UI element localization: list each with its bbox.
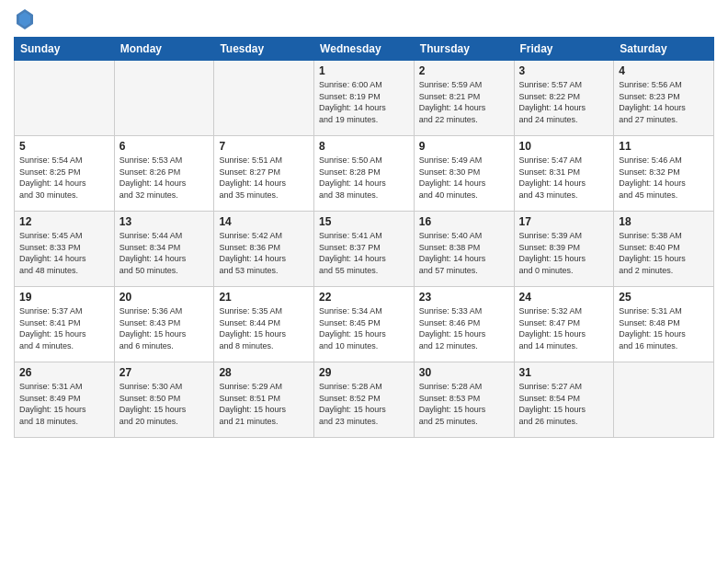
calendar-page: SundayMondayTuesdayWednesdayThursdayFrid… [0,0,728,563]
day-info: Sunrise: 5:29 AM Sunset: 8:51 PM Dayligh… [219,381,309,427]
calendar-cell: 24Sunrise: 5:32 AM Sunset: 8:47 PM Dayli… [514,287,614,362]
calendar-cell: 9Sunrise: 5:49 AM Sunset: 8:30 PM Daylig… [414,136,514,212]
day-info: Sunrise: 5:59 AM Sunset: 8:21 PM Dayligh… [419,79,509,125]
day-info: Sunrise: 5:47 AM Sunset: 8:31 PM Dayligh… [519,155,609,201]
calendar-cell: 25Sunrise: 5:31 AM Sunset: 8:48 PM Dayli… [614,287,714,362]
day-info: Sunrise: 5:49 AM Sunset: 8:30 PM Dayligh… [419,155,509,201]
day-number: 31 [519,366,609,379]
day-number: 23 [419,291,509,304]
calendar-cell: 16Sunrise: 5:40 AM Sunset: 8:38 PM Dayli… [414,212,514,287]
calendar-cell: 30Sunrise: 5:28 AM Sunset: 8:53 PM Dayli… [414,362,514,438]
day-number: 3 [519,64,609,77]
calendar-cell: 14Sunrise: 5:42 AM Sunset: 8:36 PM Dayli… [214,212,314,287]
day-number: 2 [419,64,509,77]
calendar-week-row: 19Sunrise: 5:37 AM Sunset: 8:41 PM Dayli… [15,287,714,362]
logo-icon [17,9,33,29]
day-header-tuesday: Tuesday [214,38,314,61]
calendar-cell: 12Sunrise: 5:45 AM Sunset: 8:33 PM Dayli… [15,212,115,287]
day-number: 30 [419,366,509,379]
calendar-cell [214,61,314,136]
day-number: 9 [419,140,509,153]
day-info: Sunrise: 5:53 AM Sunset: 8:26 PM Dayligh… [119,155,210,201]
day-number: 18 [619,215,709,228]
calendar-cell [614,362,714,438]
day-info: Sunrise: 5:40 AM Sunset: 8:38 PM Dayligh… [419,230,509,276]
calendar-table: SundayMondayTuesdayWednesdayThursdayFrid… [14,37,714,438]
day-info: Sunrise: 5:36 AM Sunset: 8:43 PM Dayligh… [119,305,210,351]
day-number: 5 [19,140,109,153]
calendar-cell: 21Sunrise: 5:35 AM Sunset: 8:44 PM Dayli… [214,287,314,362]
day-number: 17 [519,215,609,228]
day-number: 29 [319,366,409,379]
day-info: Sunrise: 5:54 AM Sunset: 8:25 PM Dayligh… [19,155,109,201]
day-info: Sunrise: 5:42 AM Sunset: 8:36 PM Dayligh… [219,230,309,276]
day-info: Sunrise: 5:31 AM Sunset: 8:49 PM Dayligh… [19,381,109,427]
calendar-cell [15,61,115,136]
day-info: Sunrise: 5:31 AM Sunset: 8:48 PM Dayligh… [619,305,709,351]
day-info: Sunrise: 5:30 AM Sunset: 8:50 PM Dayligh… [119,381,210,427]
day-number: 16 [419,215,509,228]
day-info: Sunrise: 5:51 AM Sunset: 8:27 PM Dayligh… [219,155,309,201]
day-number: 22 [319,291,409,304]
calendar-cell: 5Sunrise: 5:54 AM Sunset: 8:25 PM Daylig… [15,136,115,212]
day-number: 26 [19,366,109,379]
day-number: 14 [219,215,309,228]
day-number: 12 [19,215,109,228]
day-info: Sunrise: 5:57 AM Sunset: 8:22 PM Dayligh… [519,79,609,125]
calendar-cell: 4Sunrise: 5:56 AM Sunset: 8:23 PM Daylig… [614,61,714,136]
calendar-cell: 28Sunrise: 5:29 AM Sunset: 8:51 PM Dayli… [214,362,314,438]
calendar-cell: 27Sunrise: 5:30 AM Sunset: 8:50 PM Dayli… [114,362,214,438]
day-info: Sunrise: 5:34 AM Sunset: 8:45 PM Dayligh… [319,305,409,351]
day-number: 20 [119,291,210,304]
calendar-cell: 15Sunrise: 5:41 AM Sunset: 8:37 PM Dayli… [314,212,415,287]
day-info: Sunrise: 6:00 AM Sunset: 8:19 PM Dayligh… [319,79,409,125]
calendar-cell: 29Sunrise: 5:28 AM Sunset: 8:52 PM Dayli… [314,362,415,438]
logo [14,9,33,29]
calendar-cell: 2Sunrise: 5:59 AM Sunset: 8:21 PM Daylig… [414,61,514,136]
day-header-saturday: Saturday [614,38,714,61]
day-number: 11 [619,140,709,153]
day-number: 25 [619,291,709,304]
calendar-cell: 31Sunrise: 5:27 AM Sunset: 8:54 PM Dayli… [514,362,614,438]
day-info: Sunrise: 5:32 AM Sunset: 8:47 PM Dayligh… [519,305,609,351]
day-info: Sunrise: 5:27 AM Sunset: 8:54 PM Dayligh… [519,381,609,427]
day-header-wednesday: Wednesday [314,38,415,61]
day-number: 27 [119,366,210,379]
day-number: 15 [319,215,409,228]
calendar-week-row: 5Sunrise: 5:54 AM Sunset: 8:25 PM Daylig… [15,136,714,212]
calendar-header-row: SundayMondayTuesdayWednesdayThursdayFrid… [15,38,714,61]
calendar-cell: 23Sunrise: 5:33 AM Sunset: 8:46 PM Dayli… [414,287,514,362]
calendar-week-row: 26Sunrise: 5:31 AM Sunset: 8:49 PM Dayli… [15,362,714,438]
day-info: Sunrise: 5:46 AM Sunset: 8:32 PM Dayligh… [619,155,709,201]
day-number: 6 [119,140,210,153]
calendar-cell: 17Sunrise: 5:39 AM Sunset: 8:39 PM Dayli… [514,212,614,287]
day-header-thursday: Thursday [414,38,514,61]
calendar-cell: 10Sunrise: 5:47 AM Sunset: 8:31 PM Dayli… [514,136,614,212]
calendar-week-row: 1Sunrise: 6:00 AM Sunset: 8:19 PM Daylig… [15,61,714,136]
day-info: Sunrise: 5:50 AM Sunset: 8:28 PM Dayligh… [319,155,409,201]
calendar-cell: 1Sunrise: 6:00 AM Sunset: 8:19 PM Daylig… [314,61,415,136]
day-number: 28 [219,366,309,379]
day-number: 21 [219,291,309,304]
day-info: Sunrise: 5:28 AM Sunset: 8:53 PM Dayligh… [419,381,509,427]
day-number: 24 [519,291,609,304]
day-number: 10 [519,140,609,153]
calendar-cell: 18Sunrise: 5:38 AM Sunset: 8:40 PM Dayli… [614,212,714,287]
calendar-cell: 11Sunrise: 5:46 AM Sunset: 8:32 PM Dayli… [614,136,714,212]
calendar-cell: 26Sunrise: 5:31 AM Sunset: 8:49 PM Dayli… [15,362,115,438]
day-info: Sunrise: 5:35 AM Sunset: 8:44 PM Dayligh… [219,305,309,351]
day-info: Sunrise: 5:38 AM Sunset: 8:40 PM Dayligh… [619,230,709,276]
day-info: Sunrise: 5:33 AM Sunset: 8:46 PM Dayligh… [419,305,509,351]
day-header-monday: Monday [114,38,214,61]
day-header-friday: Friday [514,38,614,61]
day-number: 1 [319,64,409,77]
day-number: 4 [619,64,709,77]
day-number: 7 [219,140,309,153]
day-number: 8 [319,140,409,153]
day-info: Sunrise: 5:41 AM Sunset: 8:37 PM Dayligh… [319,230,409,276]
day-info: Sunrise: 5:37 AM Sunset: 8:41 PM Dayligh… [19,305,109,351]
calendar-cell: 13Sunrise: 5:44 AM Sunset: 8:34 PM Dayli… [114,212,214,287]
day-info: Sunrise: 5:45 AM Sunset: 8:33 PM Dayligh… [19,230,109,276]
header [14,9,714,29]
calendar-cell [114,61,214,136]
